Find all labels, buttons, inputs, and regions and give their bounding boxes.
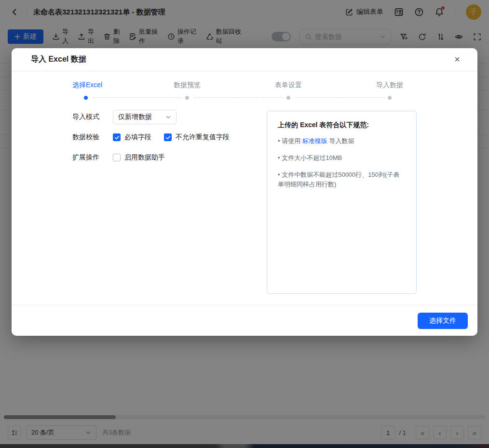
rule-text: 请使用	[282, 137, 302, 145]
step-label: 选择Excel	[72, 81, 174, 90]
extended-ops-row: 扩展操作 启用数据助手	[72, 150, 230, 165]
step-connector	[194, 97, 284, 98]
data-assistant-label: 启用数据助手	[124, 153, 165, 162]
import-steps: 选择Excel 数据预览 表单设置 导入数据	[12, 81, 477, 100]
extended-ops-label: 扩展操作	[72, 153, 100, 162]
choose-file-button[interactable]: 选择文件	[418, 313, 468, 329]
step-form-settings: 表单设置	[275, 81, 376, 100]
rule-file-size: 文件大小不超过10MB	[278, 153, 406, 163]
import-options-form: 导入模式 仅新增数据 数据校验 必填字段	[72, 110, 230, 171]
step-connector	[93, 97, 182, 98]
chevron-down-icon	[165, 114, 171, 120]
app-window: 未命名表321321312321321单 - 数据管理 编辑表单	[0, 0, 489, 448]
upload-rules-panel: 上传的 Excel 表符合以下规范: 请使用 标准模版 导入数据 文件大小不超过…	[267, 111, 417, 294]
required-fields-label: 必填字段	[124, 133, 151, 142]
rule-row-limit: 文件中数据不能超过50000行、150列(子表单明细同样占用行数)	[278, 170, 406, 190]
checkbox-checked-icon	[113, 133, 121, 141]
step-connector	[295, 97, 385, 98]
step-dot	[388, 96, 392, 100]
step-dot	[185, 96, 189, 100]
checkbox-checked-icon	[164, 133, 172, 141]
import-mode-label: 导入模式	[72, 113, 100, 121]
step-label: 导入数据	[376, 81, 477, 90]
rule-text: 导入数据	[327, 137, 354, 145]
no-duplicates-checkbox[interactable]: 不允许重复值字段	[164, 133, 230, 142]
import-mode-row: 导入模式 仅新增数据	[72, 110, 230, 124]
data-validation-row: 数据校验 必填字段 不允许重复值字段	[72, 130, 230, 145]
step-dot	[84, 96, 88, 100]
no-duplicates-label: 不允许重复值字段	[176, 133, 230, 142]
data-validation-label: 数据校验	[72, 133, 100, 142]
step-import-data: 导入数据	[376, 81, 477, 100]
close-icon[interactable]: ×	[450, 53, 464, 66]
step-dot	[286, 96, 290, 100]
required-fields-checkbox[interactable]: 必填字段	[113, 133, 151, 142]
import-mode-select[interactable]: 仅新增数据	[113, 110, 177, 124]
modal-header: 导入 Excel 数据 ×	[12, 48, 477, 71]
upload-rules-title: 上传的 Excel 表符合以下规范:	[278, 121, 406, 130]
modal-title: 导入 Excel 数据	[31, 54, 86, 65]
import-excel-modal: 导入 Excel 数据 × 选择Excel 数据预览 表单设置 导入数据	[12, 48, 477, 336]
modal-footer: 选择文件	[12, 305, 477, 336]
data-assistant-checkbox[interactable]: 启用数据助手	[113, 153, 165, 162]
step-select-excel: 选择Excel	[72, 81, 174, 100]
step-data-preview: 数据预览	[174, 81, 275, 100]
rule-template: 请使用 标准模版 导入数据	[278, 136, 406, 146]
standard-template-link[interactable]: 标准模版	[302, 137, 327, 145]
import-mode-value: 仅新增数据	[118, 113, 152, 121]
checkbox-unchecked-icon	[113, 154, 121, 161]
step-label: 数据预览	[174, 81, 275, 90]
step-label: 表单设置	[275, 81, 376, 90]
